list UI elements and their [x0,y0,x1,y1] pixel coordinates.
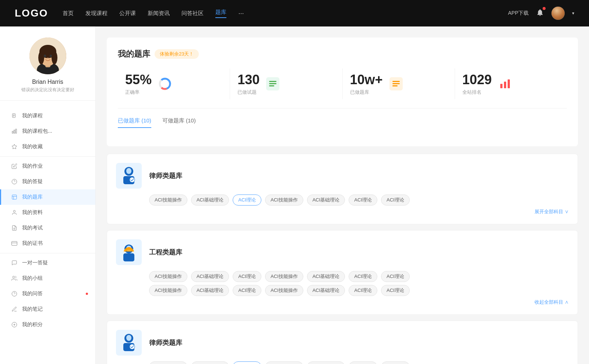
bank-header-2: 律师类题库 [116,330,569,356]
sidebar-item-groups[interactable]: 我的小组 [0,271,95,286]
list-green-icon [265,76,280,91]
sidebar-label-profile: 我的资料 [22,209,43,216]
nav-qa[interactable]: 问答社区 [181,10,204,17]
bank-tag-0-4[interactable]: ACI基础理论 [307,195,345,206]
star-icon [11,143,18,150]
bank-tag-0-0[interactable]: ACI技能操作 [149,195,187,206]
sidebar-item-homework[interactable]: 我的作业 [0,158,95,174]
sidebar-label-one-on-one: 一对一答疑 [22,260,48,266]
bank-tag-s1-5[interactable]: ACI理论 [349,285,377,296]
menu-divider-1 [0,156,95,157]
stat-banks: 10w+ 已做题库 [343,68,455,99]
file-icon [11,113,18,119]
bank-tag-s1-1[interactable]: ACI基础理论 [191,285,229,296]
stat-banks-label: 已做题库 [350,89,383,96]
group-icon [11,275,18,282]
nav-home[interactable]: 首页 [63,10,74,17]
user-avatar-header[interactable] [551,7,565,20]
stat-rank-label: 全站排名 [462,89,492,96]
bank-tag-1-4[interactable]: ACI基础理论 [307,271,345,282]
svg-point-58 [130,344,135,349]
notification-bell[interactable] [536,8,544,18]
bank-tag-2-4[interactable]: ACI基础理论 [307,361,345,364]
nav-bank[interactable]: 题库 [215,9,226,18]
bank-tag-s1-6[interactable]: ACI理论 [381,285,410,296]
sidebar-item-exams[interactable]: 我的考试 [0,220,95,236]
svg-point-9 [47,58,49,59]
svg-point-28 [13,276,14,278]
tab-done-banks[interactable]: 已做题库 (10) [118,117,151,128]
bank-tag-1-5[interactable]: ACI理论 [349,271,377,282]
app-download-btn[interactable]: APP下载 [508,10,529,17]
bank-tag-0-1[interactable]: ACI基础理论 [191,195,229,206]
sidebar-item-points[interactable]: 我的积分 [0,317,95,332]
bank-tag-0-2[interactable]: ACI理论 [233,195,261,206]
user-profile: Brian Harris 错误的决定比没有决定要好 [0,38,95,101]
bank-tag-2-1[interactable]: ACI基础理论 [191,361,229,364]
sidebar-label-courses: 我的课程 [22,113,43,119]
svg-marker-17 [12,144,17,149]
svg-point-18 [12,179,17,184]
svg-rect-20 [12,195,17,199]
bank-tag-s1-0[interactable]: ACI技能操作 [149,285,187,296]
sidebar-item-answers[interactable]: 我的答疑 [0,174,95,189]
sidebar-item-qna[interactable]: 我的问答 [0,286,95,301]
user-name: Brian Harris [32,79,63,85]
bank-tag-2-6[interactable]: ACI理论 [381,361,410,364]
stat-questions-label: 已做试题 [237,89,260,96]
svg-rect-54 [124,250,134,251]
bank-tag-s1-4[interactable]: ACI基础理论 [307,285,345,296]
page-wrapper: Brian Harris 错误的决定比没有决定要好 我的课程 我的课程包... [0,26,589,364]
sidebar-label-homework: 我的作业 [22,163,43,169]
bank-tag-2-3[interactable]: ACI技能操作 [265,361,303,364]
sidebar-item-certs[interactable]: 我的证书 [0,236,95,251]
bank-tags-second-1: ACI技能操作 ACI基础理论 ACI理论 ACI技能操作 ACI基础理论 AC… [149,285,569,296]
tab-available-banks[interactable]: 可做题库 (10) [162,117,196,128]
bank-tag-s1-2[interactable]: ACI理论 [233,285,261,296]
user-dropdown-chevron[interactable]: ▾ [572,11,574,16]
bank-tag-2-0[interactable]: ACI技能操作 [149,361,187,364]
nav-courses[interactable]: 发现课程 [85,10,107,17]
svg-rect-41 [392,83,400,84]
stat-rank-info: 1029 全站排名 [462,72,492,96]
bank-tag-2-2[interactable]: ACI理论 [233,361,261,364]
sidebar-item-favorites[interactable]: 我的收藏 [0,139,95,154]
bank-expand-1[interactable]: 收起全部科目 ∧ [116,299,569,306]
bank-tag-2-5[interactable]: ACI理论 [349,361,377,364]
svg-rect-42 [392,85,398,86]
bank-tag-1-6[interactable]: ACI理论 [381,271,410,282]
qna-notification-dot [86,293,88,295]
sidebar-item-profile[interactable]: 我的资料 [0,205,95,220]
bank-tag-1-1[interactable]: ACI基础理论 [191,271,229,282]
bank-section-2: 律师类题库 ACI技能操作 ACI基础理论 ACI理论 ACI技能操作 ACI基… [107,321,578,364]
sidebar-item-bank[interactable]: 我的题库 [0,189,95,205]
sidebar-item-course-package[interactable]: 我的课程包... [0,124,95,139]
sidebar-item-notes[interactable]: 我的笔记 [0,301,95,317]
bank-section-0: 律师类题库 ACI技能操作 ACI基础理论 ACI理论 ACI技能操作 ACI基… [107,154,578,224]
sidebar-label-notes: 我的笔记 [22,306,43,313]
page-title: 我的题库 [118,49,150,60]
svg-point-23 [13,210,15,212]
bank-tag-s1-3[interactable]: ACI技能操作 [265,285,303,296]
bank-tag-0-6[interactable]: ACI理论 [381,195,410,206]
sidebar-label-favorites: 我的收藏 [22,143,43,150]
sidebar-label-points: 我的积分 [22,321,43,328]
bank-tag-1-2[interactable]: ACI理论 [233,271,261,282]
bank-tag-0-3[interactable]: ACI技能操作 [265,195,303,206]
bank-tags-0: ACI技能操作 ACI基础理论 ACI理论 ACI技能操作 ACI基础理论 AC… [149,195,569,206]
sidebar-label-answers: 我的答疑 [22,178,43,185]
nav-opencourse[interactable]: 公开课 [119,10,136,17]
nav-more[interactable]: ··· [238,10,244,17]
bank-tag-0-5[interactable]: ACI理论 [349,195,377,206]
svg-rect-52 [123,253,134,261]
header-right: APP下载 ▾ [508,7,574,20]
sidebar-item-courses[interactable]: 我的课程 [0,108,95,124]
bank-expand-0[interactable]: 展开全部科目 ∨ [116,208,569,215]
stat-questions-info: 130 已做试题 [237,72,260,96]
nav-news[interactable]: 新闻资讯 [148,10,170,17]
bank-tag-1-3[interactable]: ACI技能操作 [265,271,303,282]
sidebar-item-one-on-one[interactable]: 一对一答疑 [0,255,95,271]
sidebar: Brian Harris 错误的决定比没有决定要好 我的课程 我的课程包... [0,26,96,364]
bank-tag-1-0[interactable]: ACI技能操作 [149,271,187,282]
stats-card: 我的题库 体验剩余23天！ 55% 正确率 [107,38,578,146]
